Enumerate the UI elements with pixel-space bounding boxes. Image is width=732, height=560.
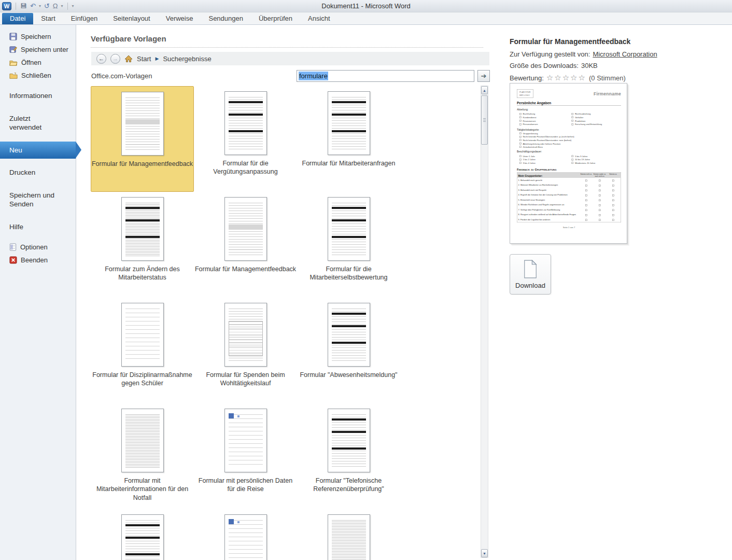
back-button[interactable]: ← [96, 54, 106, 64]
sidebar-item-label: Beenden [21, 256, 48, 264]
template-label: Formular für Disziplinarmaßnahme gegen S… [92, 371, 193, 388]
scroll-up-button[interactable]: ▲ [481, 86, 488, 94]
template-thumbnail [328, 197, 370, 261]
template-item[interactable]: Formular für die Vergütungsanpassung [194, 86, 297, 192]
provided-by-label: Zur Verfügung gestellt von: [510, 50, 590, 58]
search-text-selected: formulare [299, 72, 328, 80]
tab-start[interactable]: Start [33, 13, 63, 24]
save-icon [9, 33, 17, 40]
breadcrumb-start[interactable]: Start [137, 55, 151, 63]
template-item[interactable] [297, 509, 400, 560]
preview-field-label: Abteilung: [517, 108, 621, 111]
sidebar-item-zuletzt-verwendet[interactable]: Zuletzt verwendet [0, 110, 57, 136]
tab-ueberpruefen[interactable]: Überprüfen [251, 13, 300, 24]
template-item[interactable]: Formular für die Mitarbeiterselbstbewert… [297, 192, 400, 298]
template-label: Formular für die Vergütungsanpassung [195, 159, 297, 176]
sidebar-item-optionen[interactable]: Optionen [0, 241, 76, 254]
download-button[interactable]: Download [510, 254, 551, 295]
template-label: Formular für Mitarbeiteranfragen [298, 159, 400, 167]
template-item[interactable]: Formular für Mitarbeiteranfragen [297, 86, 400, 192]
template-item[interactable]: Formular "Telefonische Referenzenüberprü… [297, 403, 400, 509]
tab-verweise[interactable]: Verweise [158, 13, 201, 24]
tab-datei[interactable]: Datei [2, 13, 33, 24]
provider-link[interactable]: Microsoft Corporation [593, 50, 657, 58]
template-label: Formular zum Ändern des Mitarbeiterstatu… [92, 265, 193, 282]
breadcrumb: ← → Start ▶ Suchergebnisse [91, 52, 489, 65]
sidebar-item-beenden[interactable]: Beenden [0, 254, 76, 267]
template-grid: Formular für Managementfeedback Formular… [91, 86, 400, 560]
tab-sendungen[interactable]: Sendungen [201, 13, 251, 24]
template-label: Formular für Managementfeedback [92, 160, 193, 168]
template-item[interactable]: Formular zum Ändern des Mitarbeiterstatu… [91, 192, 194, 298]
details-title: Formular für Managementfeedback [510, 37, 732, 46]
template-browser: Verfügbare Vorlagen ← → Start ▶ Sucherge… [76, 25, 498, 560]
sidebar-item-label: Öffnen [21, 59, 41, 66]
sidebar-item-speichern-unter[interactable]: Speichern unter [0, 43, 76, 56]
sidebar-item-oeffnen[interactable]: Öffnen [0, 56, 76, 69]
search-go-button[interactable]: ➔ [477, 70, 490, 82]
tab-einfuegen[interactable]: Einfügen [63, 13, 105, 24]
template-label: Formular für die Mitarbeiterselbstbewert… [298, 265, 400, 282]
template-thumbnail [328, 409, 370, 472]
document-icon [523, 260, 538, 278]
template-item[interactable]: Formular mit persönlichen Daten für die … [194, 403, 297, 509]
scrollbar-thumb[interactable] [481, 95, 488, 145]
sidebar-item-hilfe[interactable]: Hilfe [0, 218, 76, 236]
template-item[interactable] [91, 509, 194, 560]
template-preview: PLATZ FÜR IHR LOGO Firmenname Persönlich… [510, 83, 627, 244]
rating-stars-icon[interactable]: ☆☆☆☆☆ [546, 73, 586, 82]
scroll-down-button[interactable]: ▼ [481, 549, 488, 557]
template-item[interactable]: Formular mit Mitarbeiterinformationen fü… [91, 403, 194, 509]
ribbon-tab-strip: Datei Start Einfügen Seitenlayout Verwei… [0, 12, 732, 25]
backstage-view: Speichern Speichern unter Öffnen Schließ… [0, 25, 732, 560]
tab-ansicht[interactable]: Ansicht [300, 13, 338, 24]
download-size-label: Größe des Downloads: [510, 62, 579, 69]
preview-field-label: Beschäftigungsdauer: [517, 150, 621, 153]
sidebar-item-neu[interactable]: Neu [0, 142, 76, 159]
save-as-icon [9, 46, 17, 53]
template-item[interactable] [194, 509, 297, 560]
sidebar-item-schliessen[interactable]: Schließen [0, 69, 76, 82]
exit-icon [9, 256, 17, 264]
template-item[interactable]: Formular "Abwesenheitsmeldung" [297, 298, 400, 403]
template-item[interactable]: Formular für Managementfeedback [91, 86, 194, 192]
template-thumbnail [224, 514, 267, 560]
sidebar-item-speichern[interactable]: Speichern [0, 30, 76, 43]
preview-field-label: Tätigkeitskategorie: [517, 128, 621, 131]
template-thumbnail [121, 409, 164, 472]
forward-button[interactable]: → [110, 54, 120, 64]
home-icon[interactable] [124, 55, 133, 63]
chevron-right-icon: ▶ [155, 56, 159, 61]
template-thumbnail [328, 303, 370, 367]
sidebar-item-informationen[interactable]: Informationen [0, 87, 76, 105]
template-label: Formular für Spenden beim Wohltätigkeits… [195, 371, 297, 388]
template-item[interactable]: Formular für Managementfeedback [194, 192, 297, 298]
template-item[interactable]: Formular für Disziplinarmaßnahme gegen S… [91, 298, 194, 403]
sidebar-item-label: Speichern unter [21, 46, 68, 53]
template-label: Formular für Managementfeedback [195, 265, 297, 273]
template-label: Formular "Abwesenheitsmeldung" [298, 371, 400, 379]
template-thumbnail [121, 92, 164, 156]
download-size-value: 30KB [581, 62, 598, 69]
template-thumbnail [121, 514, 164, 560]
sidebar-item-speichern-und-senden[interactable]: Speichern und Senden [0, 187, 67, 213]
template-thumbnail [224, 303, 267, 367]
search-row: Office.com-Vorlagen formulare ➔ [91, 69, 489, 82]
search-input[interactable]: formulare [297, 70, 474, 82]
open-folder-icon [9, 59, 18, 66]
template-item[interactable]: Formular für Spenden beim Wohltätigkeits… [194, 298, 297, 403]
breadcrumb-suchergebnisse: Suchergebnisse [163, 55, 211, 63]
template-label: Formular "Telefonische Referenzenüberprü… [298, 477, 400, 494]
window-title: Dokument11 - Microsoft Word [0, 2, 732, 10]
download-button-label: Download [515, 282, 545, 289]
tab-seitenlayout[interactable]: Seitenlayout [105, 13, 158, 24]
office-com-vorlagen-label: Office.com-Vorlagen [91, 72, 152, 80]
preview-feedback-heading: Feedback zu Gruppenleitung [517, 167, 621, 171]
rating-votes: (0 Stimmen) [589, 74, 626, 82]
scrollbar[interactable]: ▲ ▼ [481, 86, 488, 558]
backstage-sidebar: Speichern Speichern unter Öffnen Schließ… [0, 25, 76, 560]
sidebar-item-drucken[interactable]: Drucken [0, 164, 76, 181]
template-thumbnail [224, 409, 267, 472]
sidebar-item-label: Speichern [21, 33, 51, 40]
template-thumbnail [328, 91, 370, 155]
